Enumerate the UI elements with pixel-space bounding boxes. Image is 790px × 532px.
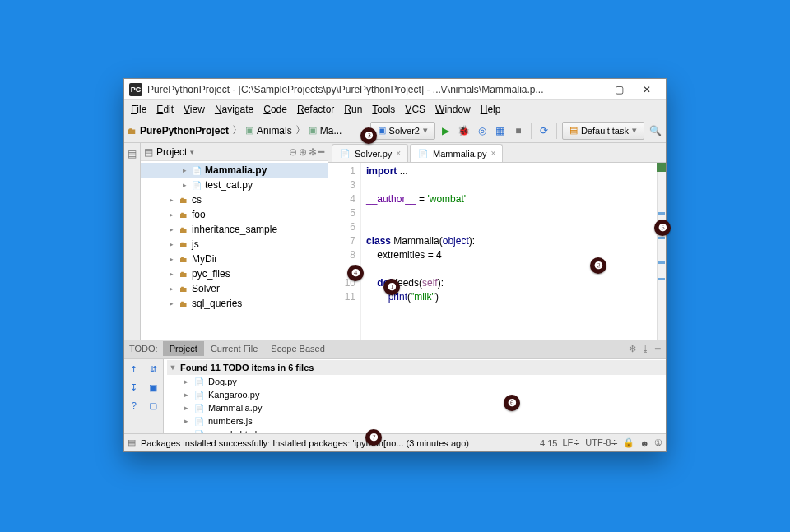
hector-icon[interactable]: ☻: [639, 438, 649, 448]
todo-item[interactable]: ▸📄Dog.py: [167, 375, 666, 388]
breadcrumb-sep: 〉: [232, 123, 242, 137]
todo-group-icon[interactable]: ▢: [149, 400, 157, 411]
todo-tab[interactable]: Project: [163, 341, 204, 356]
callout-6: ❻: [504, 395, 520, 411]
menu-help[interactable]: Help: [481, 104, 501, 115]
todo-settings-icon[interactable]: ✻: [629, 344, 636, 354]
menu-vcs[interactable]: VCS: [405, 104, 425, 115]
editor-tabs: 📄Solver.py×📄Mammalia.py×: [328, 143, 666, 163]
editor-body[interactable]: 134567891011 import ...__author__ = 'wom…: [328, 163, 666, 340]
todo-summary[interactable]: ▼Found 11 TODO items in 6 files: [167, 360, 666, 375]
breadcrumb-pkg[interactable]: Animals: [257, 125, 292, 136]
todo-next-icon[interactable]: ↧: [130, 382, 137, 393]
callout-7: ❼: [365, 429, 382, 446]
run-config-label: Solver2: [389, 126, 420, 136]
tree-node[interactable]: ▸📄Mammalia.py: [141, 163, 328, 178]
menu-window[interactable]: Window: [435, 104, 471, 115]
task-selector[interactable]: ▤Default task▾: [562, 122, 644, 140]
tree-node[interactable]: ▸🖿MyDir: [141, 252, 328, 266]
todo-expand-icon[interactable]: ⇵: [150, 364, 157, 375]
app-icon: PC: [129, 83, 142, 96]
todo-autoscroll-icon[interactable]: ▣: [149, 382, 157, 393]
editor-tab[interactable]: 📄Solver.py×: [332, 144, 408, 162]
package-icon: ▣: [245, 125, 253, 136]
menu-edit[interactable]: Edit: [156, 104, 174, 115]
todo-tab[interactable]: Current File: [204, 341, 264, 356]
hide-icon[interactable]: ━: [318, 146, 324, 158]
todo-help-icon[interactable]: ?: [132, 400, 137, 410]
search-icon[interactable]: 🔍: [648, 123, 662, 138]
toolbar: 🖿 PurePythonProject 〉 ▣ Animals 〉 ▣ Ma..…: [124, 118, 666, 143]
line-sep[interactable]: LF≑: [562, 437, 580, 448]
breadcrumb-file[interactable]: Ma...: [320, 125, 342, 136]
tree-node[interactable]: ▸🖿js: [141, 237, 328, 252]
collapse-icon[interactable]: ⊖: [289, 146, 297, 158]
encoding[interactable]: UTF-8≑: [585, 437, 618, 448]
todo-export-icon[interactable]: ⭳: [641, 344, 650, 354]
menu-refactor[interactable]: Refactor: [297, 104, 334, 115]
minimize-button[interactable]: —: [577, 84, 605, 95]
project-tree[interactable]: ▸📄Mammalia.py▸📄test_cat.py▸🖿cs▸🖿foo▸🖿inh…: [141, 161, 328, 340]
menu-file[interactable]: File: [131, 104, 146, 115]
project-header[interactable]: ▤ Project ▾ ⊖ ⊕ ✻ ━: [141, 143, 328, 161]
maximize-button[interactable]: ▢: [605, 84, 633, 95]
tool-strip-left: ▤: [124, 143, 141, 340]
close-button[interactable]: ✕: [633, 84, 661, 95]
todo-list[interactable]: ▼Found 11 TODO items in 6 files ▸📄Dog.py…: [164, 359, 666, 433]
tree-node[interactable]: ▸🖿inheritance_sample: [141, 222, 328, 237]
callout-5: ❺: [654, 220, 671, 236]
tree-node[interactable]: ▸🖿cs: [141, 192, 328, 207]
editor-tab[interactable]: 📄Mammalia.py×: [410, 144, 503, 162]
error-stripe[interactable]: [657, 163, 666, 340]
callout-2: ❷: [590, 257, 606, 274]
menu-code[interactable]: Code: [263, 104, 287, 115]
stop-icon[interactable]: ■: [511, 123, 526, 138]
titlebar[interactable]: PC PurePythonProject - [C:\SampleProject…: [124, 79, 666, 100]
todo-item[interactable]: ▸📄sample.html: [167, 428, 666, 433]
todo-side-toolbar: ↥ ⇵ ↧ ▣ ? ▢: [124, 359, 164, 433]
menu-navigate[interactable]: Navigate: [215, 104, 253, 115]
sync-icon[interactable]: ⟳: [537, 123, 551, 138]
run-config-selector[interactable]: ▣Solver2▾: [370, 122, 435, 140]
settings-icon[interactable]: ✻: [309, 146, 317, 158]
todo-panel: ↥ ⇵ ↧ ▣ ? ▢ ▼Found 11 TODO items in 6 fi…: [124, 358, 666, 433]
caret-position[interactable]: 4:15: [540, 438, 557, 448]
todo-hide-icon[interactable]: ━: [655, 344, 661, 354]
scroll-to-icon[interactable]: ⊕: [299, 146, 307, 158]
todo-tabbar: TODO: ProjectCurrent FileScope Based ✻ ⭳…: [124, 340, 666, 358]
toggle-project-icon[interactable]: ▤: [125, 146, 140, 161]
todo-item[interactable]: ▸📄Mammalia.py: [167, 401, 666, 414]
status-msg-icon[interactable]: ▤: [128, 437, 136, 448]
menubar: FileEditViewNavigateCodeRefactorRunTools…: [124, 100, 666, 118]
tree-node[interactable]: ▸🖿foo: [141, 207, 328, 222]
menu-run[interactable]: Run: [344, 104, 362, 115]
status-message[interactable]: Packages installed successfully: Install…: [141, 438, 535, 448]
tree-node[interactable]: ▸🖿sql_queries: [141, 296, 328, 311]
run-icon[interactable]: ▶: [439, 123, 453, 138]
callout-1: ❶: [383, 279, 400, 295]
main-content: ▤ ▤ Project ▾ ⊖ ⊕ ✻ ━ ▸📄Mammalia.py▸📄tes…: [124, 143, 666, 340]
close-tab-icon[interactable]: ×: [396, 149, 401, 158]
folder-icon: 🖿: [128, 126, 137, 136]
menu-view[interactable]: View: [184, 104, 205, 115]
close-tab-icon[interactable]: ×: [491, 149, 496, 158]
profile-icon[interactable]: ▦: [493, 123, 508, 138]
todo-label: TODO:: [124, 344, 163, 354]
notifications-icon[interactable]: ①: [654, 437, 662, 448]
debug-icon[interactable]: 🐞: [457, 123, 472, 138]
todo-item[interactable]: ▸📄numbers.js: [167, 414, 666, 428]
file-icon: ▣: [309, 125, 317, 136]
tree-node[interactable]: ▸📄test_cat.py: [141, 178, 328, 192]
todo-prev-icon[interactable]: ↥: [130, 364, 137, 375]
breadcrumb-root[interactable]: PurePythonProject: [140, 125, 229, 136]
code-area[interactable]: import ...__author__ = 'wombat'class Mam…: [361, 163, 475, 340]
tree-node[interactable]: ▸🖿pyc_files: [141, 266, 328, 281]
tree-node[interactable]: ▸🖿Solver: [141, 281, 328, 296]
todo-tab[interactable]: Scope Based: [264, 341, 331, 356]
callout-4: ❹: [347, 265, 364, 281]
coverage-icon[interactable]: ◎: [475, 123, 490, 138]
project-sidebar: ▤ Project ▾ ⊖ ⊕ ✻ ━ ▸📄Mammalia.py▸📄test_…: [141, 143, 328, 340]
menu-tools[interactable]: Tools: [372, 104, 395, 115]
lock-icon[interactable]: 🔒: [623, 437, 634, 448]
todo-item[interactable]: ▸📄Kangaroo.py: [167, 388, 666, 401]
